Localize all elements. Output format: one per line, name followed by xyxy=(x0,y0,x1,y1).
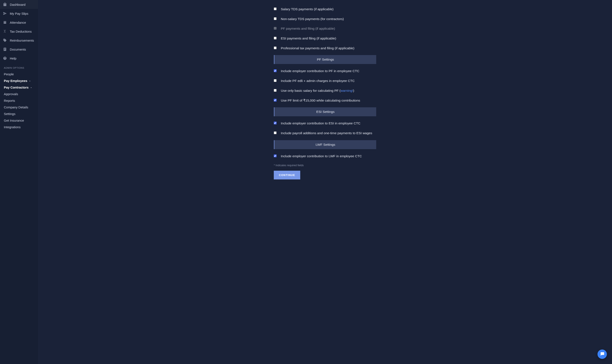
settings-form: Salary TDS payments (if applicable) Non-… xyxy=(274,4,376,180)
sidebar-item-label: Reimbursements xyxy=(10,39,34,42)
admin-item-reports[interactable]: Reports xyxy=(0,97,38,104)
check-label[interactable]: Non-salary TDS payments (for contractors… xyxy=(281,17,344,21)
check-row-pf-limit: Use PF limit of ₹15,000 while calculatin… xyxy=(274,96,376,105)
sidebar-item-label: Help xyxy=(10,57,16,60)
sidebar-item-label: Dashboard xyxy=(10,3,26,6)
admin-item-payemployees[interactable]: Pay Employees xyxy=(0,78,38,84)
chevron-down-icon xyxy=(30,86,32,89)
admin-item-label: Integrations xyxy=(4,125,21,129)
check-lwf-ctc[interactable] xyxy=(274,155,276,157)
warning-link[interactable]: warning! xyxy=(340,89,353,92)
sidebar-item-label: Documents xyxy=(10,48,26,51)
check-label[interactable]: Include employer contribution to LWF in … xyxy=(281,154,362,158)
admin-item-label: Company Details xyxy=(4,105,28,109)
required-note: * Indicates required fields xyxy=(274,161,376,171)
continue-button[interactable]: CONTINUE xyxy=(274,171,300,180)
admin-item-label: Settings xyxy=(4,112,15,116)
check-row-pf-ctc: Include employer contribution to PF in e… xyxy=(274,66,376,76)
section-header-pf: PF Settings xyxy=(274,55,376,64)
sidebar: Dashboard My Pay Slips Attendance Tax De… xyxy=(0,0,38,364)
check-row-pf-payments: PF payments and filing (if applicable) xyxy=(274,24,376,34)
check-row-pt-payments: Professional tax payments and filing (if… xyxy=(274,43,376,53)
check-esi-ctc[interactable] xyxy=(274,122,276,124)
admin-item-label: Approvals xyxy=(4,92,18,96)
check-label[interactable]: Use only basic salary for calculating PF… xyxy=(281,88,354,93)
check-row-nonsalary-tds: Non-salary TDS payments (for contractors… xyxy=(274,14,376,24)
admin-item-label: Reports xyxy=(4,99,15,103)
admin-item-people[interactable]: People xyxy=(0,71,38,78)
check-label[interactable]: Include payroll additions and one-time p… xyxy=(281,131,372,135)
check-pf-payments xyxy=(274,27,276,30)
check-label-pre: Use only basic salary for calculating PF… xyxy=(281,89,340,92)
admin-item-companydetails[interactable]: Company Details xyxy=(0,104,38,111)
check-row-pf-edli: Include PF edli + admin charges in emplo… xyxy=(274,76,376,86)
check-row-esi-ctc: Include employer contribution to ESI in … xyxy=(274,118,376,128)
check-salary-tds[interactable] xyxy=(274,7,276,10)
admin-item-paycontractors[interactable]: Pay Contractors xyxy=(0,84,38,91)
section-header-lwf: LWF Settings xyxy=(274,140,376,149)
check-pt-payments[interactable] xyxy=(274,47,276,49)
check-label[interactable]: Salary TDS payments (if applicable) xyxy=(281,7,334,12)
admin-section-title: ADMIN OPTIONS xyxy=(0,63,38,71)
admin-item-integrations[interactable]: Integrations xyxy=(0,124,38,130)
check-nonsalary-tds[interactable] xyxy=(274,17,276,20)
chat-icon xyxy=(600,351,605,357)
check-row-lwf-ctc: Include employer contribution to LWF in … xyxy=(274,151,376,161)
check-label: PF payments and filing (if applicable) xyxy=(281,26,335,31)
check-label[interactable]: Include employer contribution to ESI in … xyxy=(281,121,360,126)
check-row-salary-tds: Salary TDS payments (if applicable) xyxy=(274,4,376,14)
admin-item-getinsurance[interactable]: Get Insurance xyxy=(0,117,38,124)
admin-item-label: Get Insurance xyxy=(4,119,24,122)
main-content: Salary TDS payments (if applicable) Non-… xyxy=(38,0,612,364)
check-row-pf-basic-only: Use only basic salary for calculating PF… xyxy=(274,86,376,96)
check-label[interactable]: Include employer contribution to PF in e… xyxy=(281,69,359,73)
sidebar-item-label: Tax Deductions xyxy=(10,30,32,33)
check-label[interactable]: Professional tax payments and filing (if… xyxy=(281,46,354,51)
paper-plane-icon xyxy=(3,12,7,15)
check-label-post: ) xyxy=(353,89,354,92)
check-pf-limit[interactable] xyxy=(274,99,276,102)
admin-item-label: Pay Contractors xyxy=(4,86,29,89)
sidebar-item-documents[interactable]: Documents xyxy=(0,45,38,54)
check-esi-payments[interactable] xyxy=(274,37,276,39)
check-label[interactable]: ESI payments and filing (if applicable) xyxy=(281,36,336,41)
chat-widget-button[interactable] xyxy=(598,350,607,359)
check-label[interactable]: Use PF limit of ₹15,000 while calculatin… xyxy=(281,98,360,103)
document-icon xyxy=(3,47,7,51)
sidebar-item-label: Attendance xyxy=(10,21,26,24)
admin-item-label: Pay Employees xyxy=(4,79,27,83)
check-label[interactable]: Include PF edli + admin charges in emplo… xyxy=(281,78,355,83)
sidebar-item-taxdeductions[interactable]: Tax Deductions xyxy=(0,27,38,36)
admin-item-label: People xyxy=(4,72,14,76)
sidebar-item-help[interactable]: Help xyxy=(0,54,38,63)
check-row-esi-additions: Include payroll additions and one-time p… xyxy=(274,128,376,138)
check-pf-edli[interactable] xyxy=(274,79,276,82)
sidebar-item-label: My Pay Slips xyxy=(10,12,28,15)
check-esi-additions[interactable] xyxy=(274,131,276,134)
sidebar-item-payslips[interactable]: My Pay Slips xyxy=(0,9,38,18)
tag-icon xyxy=(3,39,7,42)
plus-minus-icon xyxy=(3,29,7,33)
admin-item-settings[interactable]: Settings xyxy=(0,111,38,117)
check-pf-ctc[interactable] xyxy=(274,69,276,72)
check-row-esi-payments: ESI payments and filing (if applicable) xyxy=(274,34,376,43)
admin-item-approvals[interactable]: Approvals xyxy=(0,91,38,97)
chevron-down-icon xyxy=(29,79,31,83)
clipboard-icon xyxy=(3,2,7,6)
section-header-esi: ESI Settings xyxy=(274,107,376,116)
sidebar-item-reimbursements[interactable]: Reimbursements xyxy=(0,36,38,45)
check-box-icon xyxy=(3,21,7,24)
sidebar-item-attendance[interactable]: Attendance xyxy=(0,18,38,27)
question-icon xyxy=(3,56,7,60)
check-pf-basic-only[interactable] xyxy=(274,89,276,92)
sidebar-item-dashboard[interactable]: Dashboard xyxy=(0,0,38,9)
